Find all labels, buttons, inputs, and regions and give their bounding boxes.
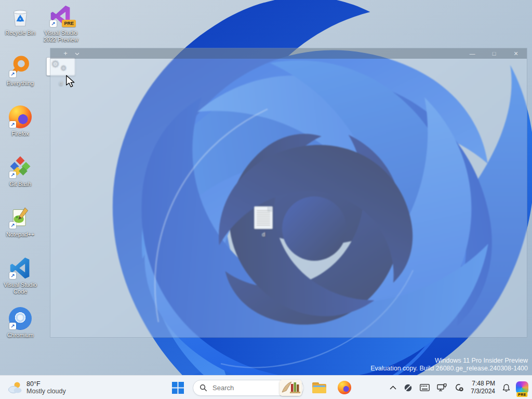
- notepad-plus-plus-icon: ↗: [8, 206, 32, 230]
- ethernet-network-button[interactable]: [433, 378, 451, 397]
- close-button[interactable]: ×: [505, 48, 527, 59]
- chevron-down-icon: [75, 52, 79, 56]
- maximize-button[interactable]: □: [483, 48, 505, 59]
- new-tab-button[interactable]: +: [60, 48, 71, 59]
- search-input[interactable]: [211, 383, 271, 392]
- touch-keyboard-icon: [420, 384, 430, 391]
- notification-bell-icon: [502, 383, 511, 392]
- no-internet-icon: [404, 383, 413, 392]
- icon-label: Recycle Bin: [5, 30, 35, 36]
- icon-label: Notepad++: [6, 231, 34, 238]
- audio-status-button[interactable]: [451, 378, 468, 397]
- visual-studio-2022-icon: ↗ PRE: [49, 4, 73, 28]
- chevron-up-icon: [390, 385, 396, 390]
- notifications-button[interactable]: [498, 378, 514, 397]
- desktop-icon-everything[interactable]: ↗ Everything: [0, 55, 41, 87]
- file-explorer-icon: [312, 382, 326, 393]
- weather-condition: Mostly cloudy: [26, 388, 66, 395]
- shortcut-arrow-icon: ↗: [9, 222, 16, 229]
- desktop: Recycle Bin ↗ PRE Visual Studio 2022 Pre…: [0, 0, 532, 399]
- desktop-icon-firefox[interactable]: ↗ Firefox: [0, 105, 41, 137]
- desktop-icon-chromium[interactable]: ↗ Chromium: [0, 307, 41, 339]
- icon-label: Git Bash: [9, 181, 31, 188]
- desktop-icon-recycle-bin[interactable]: Recycle Bin: [0, 4, 41, 36]
- watermark-line2: Evaluation copy. Build 26080.ge_release.…: [370, 365, 528, 373]
- search-highlights-image[interactable]: [280, 380, 302, 396]
- evaluation-watermark: Windows 11 Pro Insider Preview Evaluatio…: [370, 357, 528, 373]
- mouse-cursor: [64, 75, 76, 89]
- shortcut-arrow-icon: ↗: [9, 121, 16, 128]
- windows-logo-icon: [172, 382, 184, 394]
- watermark-line1: Windows 11 Pro Insider Preview: [370, 357, 528, 365]
- copilot-preview-button[interactable]: PRE: [514, 379, 530, 396]
- icon-label: Chromium: [7, 332, 34, 339]
- audio-muted-icon: [455, 383, 464, 392]
- window-content-area[interactable]: [50, 59, 527, 337]
- copilot-pre-badge: PRE: [516, 392, 527, 397]
- search-box[interactable]: [193, 380, 304, 396]
- minimize-button[interactable]: —: [461, 48, 483, 59]
- weather-widget-button[interactable]: 80°F Mostly cloudy: [3, 377, 70, 398]
- icon-label: Visual Studio Code: [0, 282, 41, 295]
- taskbar-firefox-button[interactable]: [334, 377, 355, 398]
- start-button[interactable]: [167, 377, 188, 398]
- terminal-window: + — □ ×: [50, 48, 527, 338]
- shortcut-arrow-icon: ↗: [9, 323, 16, 329]
- date-text: 7/3/2024: [471, 388, 495, 395]
- shortcut-arrow-icon: ↗: [9, 272, 16, 279]
- window-titlebar[interactable]: + — □ ×: [50, 48, 527, 59]
- vscode-icon: ↗: [8, 256, 32, 280]
- firefox-icon: ↗: [8, 105, 32, 129]
- weather-temperature: 80°F: [26, 380, 66, 388]
- touch-keyboard-button[interactable]: [416, 378, 433, 397]
- shortcut-arrow-icon: ↗: [9, 171, 16, 178]
- hidden-icons-button[interactable]: [386, 378, 400, 397]
- time-text: 7:48 PM: [471, 380, 495, 388]
- search-icon: [200, 384, 207, 392]
- firefox-icon: [338, 381, 351, 394]
- icon-label: Visual Studio 2022 Preview: [41, 30, 81, 43]
- shortcut-arrow-icon: ↗: [9, 71, 16, 77]
- shortcut-arrow-icon: ↗: [50, 20, 57, 27]
- everything-search-icon: ↗: [8, 55, 32, 78]
- network-status-button[interactable]: [400, 378, 416, 397]
- clock-button[interactable]: 7:48 PM 7/3/2024: [468, 380, 498, 395]
- tab-dropdown-button[interactable]: [71, 48, 83, 59]
- chromium-icon: ↗: [8, 307, 32, 330]
- vs-pre-badge: PRE: [62, 20, 76, 27]
- network-display-icon: [437, 383, 447, 392]
- icon-label: Everything: [7, 80, 34, 87]
- taskbar-file-explorer-button[interactable]: [309, 377, 329, 398]
- taskbar: 80°F Mostly cloudy: [0, 375, 532, 399]
- git-bash-icon: ↗: [8, 155, 32, 179]
- recycle-bin-icon: [8, 4, 32, 28]
- icon-label: Firefox: [11, 130, 29, 137]
- sun-behind-cloud-icon: [7, 381, 23, 394]
- desktop-icon-notepad-plus-plus[interactable]: ↗ Notepad++: [0, 206, 41, 238]
- desktop-icon-visual-studio-code[interactable]: ↗ Visual Studio Code: [0, 256, 41, 295]
- desktop-icon-git-bash[interactable]: ↗ Git Bash: [0, 155, 41, 188]
- desktop-icon-visual-studio-2022-preview[interactable]: ↗ PRE Visual Studio 2022 Preview: [41, 4, 81, 43]
